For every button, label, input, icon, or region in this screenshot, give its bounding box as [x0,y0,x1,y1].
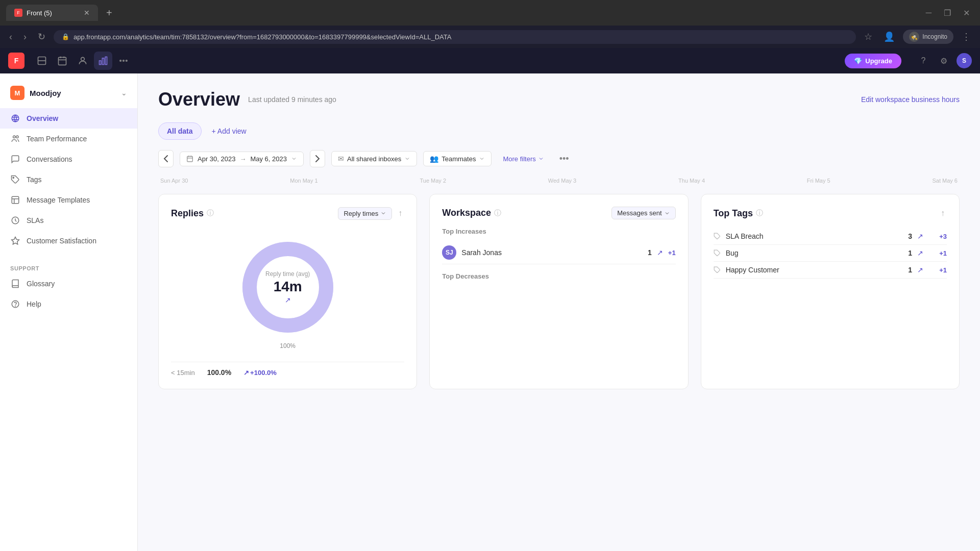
sidebar-item-tags[interactable]: Tags [0,169,137,190]
donut-percentage: 100% [280,342,296,349]
incognito-icon: 🕵 [909,32,919,42]
top-tags-card-title: Top Tags [714,208,753,219]
new-tab-button[interactable]: + [102,5,116,21]
all-data-tab[interactable]: All data [158,122,202,140]
contacts-icon-button[interactable] [74,52,92,70]
replies-card: Replies ⓘ Reply times ↑ [158,194,417,389]
settings-button[interactable]: ⚙ [936,53,951,68]
top-tags-export-icon[interactable]: ↑ [939,207,947,220]
donut-trend-icon[interactable]: ↗ [265,296,310,304]
more-filters-button[interactable]: More filters [498,152,549,166]
lock-icon: 🔒 [62,33,69,40]
refresh-button[interactable]: ↻ [35,29,48,44]
workspace-header[interactable]: M Moodjoy ⌄ [0,82,137,108]
calendar-icon-button[interactable] [53,52,71,70]
top-tags-info-icon[interactable]: ⓘ [756,209,763,218]
workspace-name: Moodjoy [30,89,61,97]
workspace-card-controls: Messages sent [611,207,675,219]
sidebar-item-team-performance[interactable]: Team Performance [0,129,137,149]
add-view-link[interactable]: + Add view [206,123,253,139]
inbox-filter-icon: ✉ [338,155,344,163]
date-next-button[interactable] [310,150,325,167]
teammates-filter[interactable]: 👥 Teammates [423,151,492,166]
sarah-jonas-count: 1 [648,248,652,257]
team-performance-nav-label: Team Performance [27,135,87,143]
url-bar[interactable]: 🔒 app.frontapp.com/analytics/team/tim:78… [54,30,856,44]
analytics-icon-button[interactable] [94,52,112,70]
overflow-menu-button[interactable]: ••• [557,152,571,166]
inbox-icon-button[interactable] [33,52,51,70]
tags-nav-label: Tags [27,176,42,184]
sla-breach-tag-name: SLA Breach [726,232,897,240]
sidebar-item-glossary[interactable]: Glossary [0,273,137,294]
happy-customer-tag-icon [714,266,721,273]
donut-value: 14m [265,279,310,295]
top-tags-card: Top Tags ⓘ ↑ SLA Breach [701,194,960,389]
maximize-button[interactable]: ❐ [940,6,955,20]
tag-row-sla-breach: SLA Breach 3 ↗ +3 [714,228,947,245]
top-decreases-section: Top Decreases [442,272,675,280]
workspace-card-header: Workspace ⓘ Messages sent [442,207,675,219]
sidebar-item-conversations[interactable]: Conversations [0,149,137,169]
bookmark-button[interactable]: ☆ [861,29,875,44]
date-range-picker[interactable]: Apr 30, 2023 → May 6, 2023 [180,152,304,166]
sidebar-item-customer-satisfaction[interactable]: Customer Satisfaction [0,231,137,251]
workspace-panel: Top Increases SJ Sarah Jonas 1 ↗ +1 Top … [442,228,675,280]
replies-export-icon[interactable]: ↑ [396,207,404,220]
forward-button[interactable]: › [20,30,30,44]
page-title-group: Overview Last updated 9 minutes ago [158,89,336,110]
help-nav-label: Help [27,300,41,308]
sarah-jonas-avatar: SJ [442,245,456,260]
reply-time-delta[interactable]: ↗ +100.0% [243,369,277,377]
sidebar-item-message-templates[interactable]: Message Templates [0,190,137,210]
clock-icon [10,215,20,226]
avatar[interactable]: S [957,53,972,68]
inbox-filter[interactable]: ✉ All shared inboxes [331,151,417,166]
svg-point-12 [12,115,19,122]
upgrade-button[interactable]: 💎 Upgrade [845,54,901,68]
more-icon-button[interactable] [114,52,133,70]
sla-breach-link-icon[interactable]: ↗ [917,232,923,240]
tag-row-bug: Bug 1 ↗ +1 [714,245,947,262]
chart-date-labels: Sun Apr 30 Mon May 1 Tue May 2 Wed May 3… [158,178,960,184]
help-icon [10,299,20,309]
slas-nav-label: SLAs [27,216,43,224]
main-content: Overview Last updated 9 minutes ago Edit… [138,73,980,551]
messages-sent-dropdown[interactable]: Messages sent [611,207,675,219]
browser-tab[interactable]: F Front (5) ✕ [6,5,98,21]
replies-info-icon[interactable]: ⓘ [207,209,214,218]
sidebar-item-help[interactable]: Help [0,294,137,314]
tab-close-button[interactable]: ✕ [84,9,90,17]
chart-date-6: Sat May 6 [932,178,958,184]
help-button[interactable]: ? [916,53,931,68]
page-header: Overview Last updated 9 minutes ago Edit… [158,89,960,110]
minimize-button[interactable]: ─ [922,6,936,19]
back-button[interactable]: ‹ [6,30,15,44]
sidebar-item-slas[interactable]: SLAs [0,210,137,231]
sidebar-item-overview[interactable]: Overview [0,108,137,129]
replies-card-header: Replies ⓘ Reply times ↑ [171,207,404,220]
workspace-info-icon[interactable]: ⓘ [494,209,501,218]
topbar-nav-icons [33,52,133,70]
menu-button[interactable]: ⋮ [959,29,974,44]
app-logo: F [8,53,24,69]
date-prev-button[interactable] [158,150,174,167]
svg-point-15 [13,177,14,178]
sla-breach-count: 3 [902,232,912,240]
inbox-filter-label: All shared inboxes [347,155,401,163]
svg-point-13 [13,136,16,138]
workspace-icon: M [10,86,24,100]
users-icon [10,134,20,144]
page-title: Overview [158,89,240,110]
sarah-jonas-link-icon[interactable]: ↗ [657,248,663,257]
svg-point-11 [126,60,128,62]
bug-link-icon[interactable]: ↗ [917,249,923,257]
url-text: app.frontapp.com/analytics/team/tim:7858… [74,33,451,41]
happy-customer-link-icon[interactable]: ↗ [917,266,923,274]
template-icon [10,195,20,205]
reply-times-dropdown[interactable]: Reply times [338,207,392,220]
sla-breach-delta: +3 [928,233,947,240]
close-button[interactable]: ✕ [959,6,974,20]
edit-business-hours-link[interactable]: Edit workspace business hours [861,95,960,104]
profile-button[interactable]: 👤 [880,29,898,44]
